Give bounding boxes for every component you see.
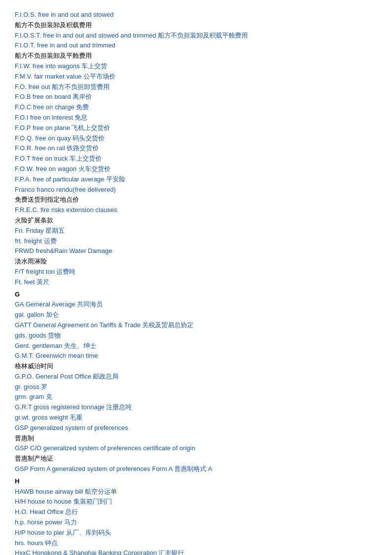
entry-en-ft: F/T freight ton 运费吨 — [15, 267, 377, 277]
entry-en-fpa: F.P.A. free of particular average 平安险 — [15, 174, 377, 185]
entry-en-gal: gal. gallon 加仑 — [15, 310, 377, 320]
entry-en-fop: F.O.P free on plane 飞机上交货价 — [15, 123, 377, 133]
entry-zh-gspco: 普惠制产地证 — [15, 454, 377, 464]
entry-zh-franco: 免费送货到指定地点价 — [15, 195, 377, 205]
entry-en-fiw: F.I.W. free into wagons 车上交货 — [15, 61, 377, 72]
entry-zh-fiot: 船方不负担装卸及平舱费用 — [15, 51, 377, 61]
entry-en-gent: Gent. gentleman 先生、绅士 — [15, 341, 377, 351]
entry-en-fiot: F.I.O.T. free in and out and trimmed — [15, 41, 377, 51]
entry-en-frwd: FRWD fresh&Rain Water Damage — [15, 246, 377, 256]
entry-en-fiost: F.I.O.S.T. free in and out and stowed an… — [15, 31, 377, 41]
entry-en-for: F.O.R. free on rail 铁路交货价 — [15, 143, 377, 154]
entry-en-gatt: GATT General Agreement on Tariffs & Trad… — [15, 320, 377, 331]
entry-en-foq: F.O.Q. free on quay 码头交货价 — [15, 133, 377, 144]
entry-en-gsp: GSP generalized system of preferences — [15, 423, 377, 433]
entry-en-gspforma: GSP Form A generalized system of prefere… — [15, 464, 377, 474]
entry-en-hawb: HAWB house airway bill 航空分运单 — [15, 487, 377, 497]
entry-en-frec: F.R.E.C. fire risks extension clauses — [15, 205, 377, 215]
entry-zh-fios: 船方不负担装卸及积载费用 — [15, 20, 377, 31]
entry-en-fob: F.O.B free on board 离岸价 — [15, 92, 377, 102]
entry-en-fmv: F.M.V. fair market value 公平市场价 — [15, 72, 377, 82]
entry-en-gds: gds. goods 货物 — [15, 331, 377, 341]
content-area: F.I.O.S. free in and out and stowed船方不负担… — [15, 10, 377, 555]
section-letter-h: H — [15, 476, 377, 487]
entry-en-hh: H/H house to house 集装箱门到门 — [15, 497, 377, 507]
entry-en-frt: frt. freight 运费 — [15, 236, 377, 247]
entry-en-fios: F.I.O.S. free in and out and stowed — [15, 10, 377, 20]
entry-en-franco: Franco franco rendu(free delivered) — [15, 185, 377, 195]
entry-en-gspco: GSP C/O generalized system of preference… — [15, 443, 377, 454]
entry-zh-gsp: 普惠制 — [15, 433, 377, 444]
entry-en-ho: H.O. Head Office 总行 — [15, 507, 377, 517]
entry-en-gr: gr. gross 罗 — [15, 382, 377, 392]
entry-en-gmt: G.M.T. Greenwich mean time — [15, 351, 377, 361]
entry-zh-gmt: 格林威治时间 — [15, 361, 377, 372]
entry-zh-frec: 火险扩展条款 — [15, 215, 377, 226]
entry-en-grt: G.R.T gross registered tonnage 注册总吨 — [15, 402, 377, 413]
entry-en-foi: F.O.I free on interest 免息 — [15, 113, 377, 123]
entry-en-gpo: G.P.O. General Post Office 邮政总局 — [15, 372, 377, 382]
entry-en-hp: h.p. horse power 马力 — [15, 517, 377, 528]
entry-en-fo: F.O. free out 船方不负担卸货费用 — [15, 82, 377, 92]
entry-en-hpier: H/P house to pier 从厂、库到码头 — [15, 528, 377, 538]
entry-en-hrs: hrs. hours 钟点 — [15, 538, 377, 549]
entry-en-grm: grm. gram 克 — [15, 392, 377, 402]
entry-en-ft2: Ft. feet 英尺 — [15, 277, 377, 288]
entry-en-fot: F.O.T free on truck 车上交货价 — [15, 154, 377, 164]
entry-en-fow: F.O.W. free on wagon 火车交货价 — [15, 164, 377, 174]
entry-en-hxxc: HxxC Hongkong & Shanghai Banking Corpora… — [15, 548, 377, 555]
entry-zh-frwd: 淡水雨淋险 — [15, 256, 377, 267]
entry-en-grwt: gr.wt. gross weight 毛重 — [15, 413, 377, 423]
section-letter-g: G — [15, 290, 377, 300]
entry-en-ga: GA Gemeral Average 共同海员 — [15, 299, 377, 310]
entry-en-foc: F.O.C free on charge 免费 — [15, 102, 377, 113]
entry-en-fri: Fri. Friday 星期五 — [15, 226, 377, 236]
